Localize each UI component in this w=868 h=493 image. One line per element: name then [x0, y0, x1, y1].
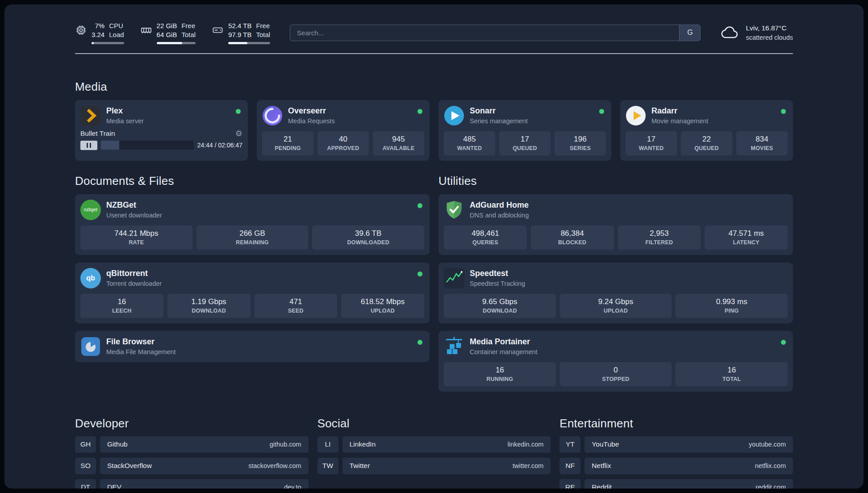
stat-label: SEED [288, 308, 304, 314]
bookmark-body: Twitter twitter.com [342, 458, 551, 474]
disk-icon [212, 24, 224, 36]
bookmark-linkedin[interactable]: LI LinkedIn linkedin.com [317, 436, 551, 453]
app-card-portainer[interactable]: Media Portainer Container management 16 … [438, 331, 793, 392]
cpu-usage-percent: 7% [92, 21, 104, 30]
bookmark-body: YouTube youtube.com [584, 436, 793, 453]
stat-value: 21 [284, 135, 292, 144]
bookmark-body: DEV dev.to [100, 479, 309, 489]
stat-tile: 485 WANTED [444, 131, 495, 155]
stat-tile: 17 QUEUED [499, 131, 551, 155]
bookmark-youtube[interactable]: YT YouTube youtube.com [559, 436, 793, 453]
bookmark-twitter[interactable]: TW Twitter twitter.com [317, 458, 551, 474]
utilities-column: Utilities [438, 174, 793, 392]
status-dot [781, 109, 786, 114]
status-dot [599, 109, 604, 114]
app-subtitle: Container management [470, 348, 538, 355]
stat-value: 498,461 [472, 229, 499, 238]
status-dot [236, 109, 241, 114]
stat-value: 39.6 TB [355, 229, 381, 238]
stat-value: 9.65 Gbps [482, 297, 517, 306]
app-card-adguard[interactable]: AdGuard Home DNS and adblocking 498,461 … [438, 194, 793, 255]
stat-value: 9.24 Gbps [598, 297, 633, 306]
stat-tile: 16 RUNNING [444, 362, 556, 386]
app-subtitle: Torrent downloader [106, 280, 162, 287]
app-title: NZBGet [106, 201, 162, 210]
cloud-icon [720, 25, 740, 40]
stat-tile: 471 SEED [255, 294, 338, 318]
section-title-documents: Documents & Files [75, 174, 430, 188]
system-monitors: 7% 3.24 CPU Load [75, 21, 270, 44]
section-title-social: Social [317, 417, 551, 430]
pause-button[interactable] [80, 141, 97, 150]
bookmark-netflix[interactable]: NF Netflix netflix.com [559, 458, 793, 474]
app-title: File Browser [106, 337, 176, 347]
app-subtitle: Movie management [651, 117, 708, 125]
stat-label: RUNNING [486, 376, 513, 382]
bookmark-dev[interactable]: DT DEV dev.to [75, 479, 309, 489]
media-cards-row: Plex Media server Bullet Train ⚙ [75, 100, 793, 161]
app-title: Speedtest [470, 269, 525, 279]
bookmark-body: Reddit reddit.com [584, 479, 793, 489]
nzbget-icon: nzbget [80, 200, 101, 220]
bookmark-body: Github github.com [100, 436, 309, 453]
bookmark-name: YouTube [592, 440, 619, 448]
stat-label: WANTED [457, 145, 482, 151]
app-card-qbittorrent[interactable]: qb qBittorrent Torrent downloader 16 LEE… [75, 263, 430, 323]
ram-total-value: 64 GiB [157, 30, 177, 39]
bookmark-url: linkedin.com [508, 441, 544, 448]
stat-label: MOVIES [751, 145, 773, 151]
bookmark-abbr: TW [317, 458, 338, 474]
stat-tile: 22 QUEUED [681, 131, 732, 155]
app-card-speedtest[interactable]: Speedtest Speedtest Tracking 9.65 Gbps D… [438, 263, 793, 323]
stat-value: 47.571 ms [728, 229, 764, 238]
app-card-sonarr[interactable]: Sonarr Series management 485 WANTED 17 Q… [438, 100, 611, 161]
stat-value: 17 [521, 135, 529, 144]
search-input[interactable] [290, 25, 679, 41]
app-card-plex[interactable]: Plex Media server Bullet Train ⚙ [75, 100, 248, 161]
bookmark-reddit[interactable]: RE Reddit reddit.com [559, 479, 793, 489]
bookmark-url: stackoverflow.com [248, 462, 301, 469]
playback-progress-bar[interactable] [101, 141, 194, 150]
bookmark-stackoverflow[interactable]: SO StackOverflow stackoverflow.com [75, 458, 309, 474]
ram-monitor: 22 GiB 64 GiB Free Total [140, 21, 196, 44]
stat-value: 945 [392, 135, 405, 144]
stat-label: QUERIES [472, 239, 498, 246]
bookmark-body: StackOverflow stackoverflow.com [100, 458, 309, 474]
stat-label: BLOCKED [558, 239, 586, 246]
cpu-icon [75, 24, 87, 36]
bookmark-url: twitter.com [513, 462, 543, 469]
search-engine-button[interactable]: G [679, 25, 700, 41]
bookmark-abbr: LI [317, 436, 338, 453]
bookmark-name: Netflix [592, 462, 611, 470]
app-subtitle: Media server [106, 117, 144, 125]
app-card-filebrowser[interactable]: File Browser Media File Management [75, 331, 430, 362]
stat-value: 86,384 [561, 229, 584, 238]
section-title-developer: Developer [75, 417, 309, 430]
settings-gear-icon[interactable]: ⚙ [235, 130, 242, 138]
now-playing-title: Bullet Train [80, 130, 115, 138]
app-title: qBittorrent [106, 269, 162, 279]
stat-label: FILTERED [645, 239, 673, 246]
disk-monitor: 52.4 TB 97.9 TB Free Total [212, 21, 270, 44]
stat-tile: 39.6 TB DOWNLOADED [312, 226, 424, 250]
bookmark-name: LinkedIn [350, 440, 376, 448]
stat-tile: 0.993 ms PING [676, 294, 788, 318]
stat-value: 22 [702, 135, 711, 144]
cpu-monitor: 7% 3.24 CPU Load [75, 21, 124, 44]
stat-label: QUEUED [513, 145, 537, 151]
app-card-nzbget[interactable]: nzbget NZBGet Usenet downloader 744.21 M… [75, 194, 430, 255]
stat-value: 16 [496, 366, 504, 375]
stat-tile: 40 APPROVED [317, 131, 369, 155]
cpu-label: CPU [109, 21, 124, 30]
bookmark-abbr: GH [75, 436, 96, 453]
bookmark-github[interactable]: GH Github github.com [75, 436, 309, 453]
stat-tile: 1.19 Gbps DOWNLOAD [167, 294, 250, 318]
section-title-media: Media [75, 80, 793, 94]
stat-tile: 744.21 Mbps RATE [80, 226, 192, 250]
stat-tile: 2,953 FILTERED [618, 226, 701, 250]
pause-icon [90, 143, 92, 148]
cpu-load-value: 3.24 [92, 30, 104, 39]
app-card-radarr[interactable]: Radarr Movie management 17 WANTED 22 QUE… [620, 100, 793, 161]
bookmark-body: LinkedIn linkedin.com [342, 436, 551, 453]
app-card-overseerr[interactable]: Overseerr Media Requests 21 PENDING 40 A… [257, 100, 430, 161]
